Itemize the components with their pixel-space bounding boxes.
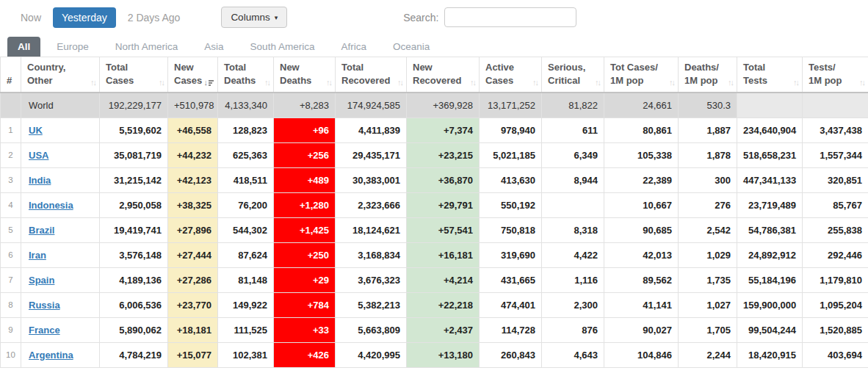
stat-cell: 18,420,915 bbox=[737, 342, 803, 367]
stat-cell: 6,349 bbox=[542, 142, 604, 167]
column-header-new-cases[interactable]: NewCases↓ bbox=[168, 57, 218, 93]
stat-cell: 474,401 bbox=[480, 292, 542, 317]
stat-cell: 18,124,621 bbox=[336, 217, 407, 242]
stat-cell: 3,168,834 bbox=[336, 242, 407, 267]
column-header-new-deaths[interactable]: NewDeaths↑↓ bbox=[274, 57, 336, 93]
column-label: Country, bbox=[27, 61, 65, 74]
country-link[interactable]: Indonesia bbox=[29, 200, 73, 211]
column-label: Serious, bbox=[548, 61, 585, 74]
column-label: New bbox=[174, 61, 202, 74]
country-cell: Russia bbox=[21, 292, 100, 317]
table-body: World192,229,177+510,9784,133,340+8,2831… bbox=[1, 93, 868, 367]
stat-cell: 41,141 bbox=[604, 292, 679, 317]
column-header-total-recovered[interactable]: TotalRecovered↑↓ bbox=[336, 57, 407, 93]
sort-bars bbox=[209, 80, 214, 86]
country-cell: Spain bbox=[21, 267, 100, 292]
stat-cell: 159,900,000 bbox=[737, 292, 803, 317]
country-link[interactable]: Argentina bbox=[29, 350, 73, 361]
country-link[interactable]: UK bbox=[29, 125, 43, 136]
stat-cell: 1,735 bbox=[679, 267, 737, 292]
rank-cell: 8 bbox=[1, 292, 21, 317]
sort-toggle-icon: ↑↓ bbox=[89, 78, 95, 87]
column-label: Cases bbox=[174, 74, 202, 87]
search-input[interactable] bbox=[444, 7, 576, 27]
column-header-active-cases[interactable]: ActiveCases↑↓ bbox=[480, 57, 542, 93]
stat-cell: +46,558 bbox=[168, 118, 218, 142]
stat-cell: 431,665 bbox=[480, 267, 542, 292]
column-label: Active bbox=[485, 61, 514, 74]
time-tab-group: NowYesterday2 Days Ago bbox=[12, 7, 192, 28]
region-tab-africa[interactable]: Africa bbox=[330, 37, 377, 57]
columns-dropdown-button[interactable]: Columns ▾ bbox=[221, 7, 287, 28]
stat-cell: 2,950,058 bbox=[100, 192, 168, 217]
country-cell: India bbox=[21, 167, 100, 192]
time-tab-yesterday[interactable]: Yesterday bbox=[53, 7, 116, 28]
country-link[interactable]: Iran bbox=[29, 250, 46, 261]
covid-stats-table: #Country,Other↑↓TotalCases↑↓NewCases↓Tot… bbox=[0, 57, 868, 368]
stat-cell: +1,280 bbox=[274, 192, 336, 217]
stat-cell: +44,232 bbox=[168, 142, 218, 167]
region-tab-oceania[interactable]: Oceania bbox=[383, 37, 440, 57]
region-tab-all[interactable]: All bbox=[7, 37, 40, 57]
country-link[interactable]: France bbox=[29, 325, 60, 336]
sort-toggle-icon: ↑↓ bbox=[726, 78, 733, 87]
columns-button-label: Columns bbox=[231, 12, 270, 23]
region-tab-bar: AllEuropeNorth AmericaAsiaSouth AmericaA… bbox=[7, 37, 868, 57]
column-header-total-tests[interactable]: TotalTests↑↓ bbox=[737, 57, 803, 93]
time-tab-2-days-ago[interactable]: 2 Days Ago bbox=[119, 7, 189, 28]
country-cell: Argentina bbox=[21, 342, 100, 367]
rank-cell bbox=[1, 93, 21, 118]
column-header-country-other[interactable]: Country,Other↑↓ bbox=[21, 57, 100, 93]
country-cell: Indonesia bbox=[21, 192, 100, 217]
stat-cell: +27,444 bbox=[168, 242, 218, 267]
stat-cell: 85,767 bbox=[803, 192, 868, 217]
stat-cell: 4,643 bbox=[542, 342, 604, 367]
region-tab-europe[interactable]: Europe bbox=[46, 37, 99, 57]
stat-cell: +29,791 bbox=[407, 192, 480, 217]
stat-cell: +23,770 bbox=[168, 292, 218, 317]
stat-cell: +489 bbox=[274, 167, 336, 192]
stat-cell: 5,021,185 bbox=[480, 142, 542, 167]
stat-cell: 292,446 bbox=[803, 242, 868, 267]
country-link[interactable]: Spain bbox=[29, 275, 54, 286]
rank-cell: 5 bbox=[1, 217, 21, 242]
stat-cell: 3,676,323 bbox=[336, 267, 407, 292]
column-header-tests-1m-pop[interactable]: Tests/1M pop↑↓ bbox=[803, 57, 868, 93]
time-tab-now[interactable]: Now bbox=[12, 7, 50, 28]
stat-cell: 611 bbox=[542, 118, 604, 142]
column-header-new-recovered[interactable]: NewRecovered↑↓ bbox=[407, 57, 480, 93]
country-link[interactable]: India bbox=[29, 175, 51, 186]
stat-cell: 10,667 bbox=[604, 192, 679, 217]
region-tab-south-america[interactable]: South America bbox=[240, 37, 325, 57]
column-label: 1M pop bbox=[610, 74, 658, 87]
region-tab-asia[interactable]: Asia bbox=[194, 37, 234, 57]
column-header-total-deaths[interactable]: TotalDeaths↑↓ bbox=[218, 57, 274, 93]
region-tab-north-america[interactable]: North America bbox=[105, 37, 189, 57]
country-link[interactable]: Brazil bbox=[29, 225, 54, 236]
column-label: Recovered bbox=[413, 74, 461, 87]
stat-cell: 24,661 bbox=[604, 93, 679, 118]
table-head: #Country,Other↑↓TotalCases↑↓NewCases↓Tot… bbox=[1, 57, 868, 93]
country-cell: France bbox=[21, 317, 100, 342]
country-link[interactable]: Russia bbox=[29, 300, 60, 311]
stat-cell: 102,381 bbox=[218, 342, 274, 367]
stat-cell: 35,081,719 bbox=[100, 142, 168, 167]
column-label: Deaths/ bbox=[684, 61, 719, 74]
stat-cell: +4,214 bbox=[407, 267, 480, 292]
stat-cell: 3,437,438 bbox=[803, 118, 868, 142]
rank-cell: 3 bbox=[1, 167, 21, 192]
header-row: #Country,Other↑↓TotalCases↑↓NewCases↓Tot… bbox=[1, 57, 868, 93]
column-header-serious-critical[interactable]: Serious,Critical↑↓ bbox=[542, 57, 604, 93]
column-label: Tot Cases/ bbox=[610, 61, 658, 74]
rank-cell: 1 bbox=[1, 118, 21, 142]
stat-cell: 80,861 bbox=[604, 118, 679, 142]
stat-cell: +510,978 bbox=[168, 93, 218, 118]
country-link[interactable]: USA bbox=[29, 150, 48, 161]
stat-cell: +8,283 bbox=[274, 93, 336, 118]
stat-cell: 2,300 bbox=[542, 292, 604, 317]
column-header-deaths-1m-pop[interactable]: Deaths/1M pop↑↓ bbox=[679, 57, 737, 93]
column-header-total-cases[interactable]: TotalCases↑↓ bbox=[100, 57, 168, 93]
column-label: # bbox=[7, 74, 12, 87]
column-header-tot-cases-1m-pop[interactable]: Tot Cases/1M pop↑↓ bbox=[604, 57, 679, 93]
stat-cell: 13,171,252 bbox=[480, 93, 542, 118]
